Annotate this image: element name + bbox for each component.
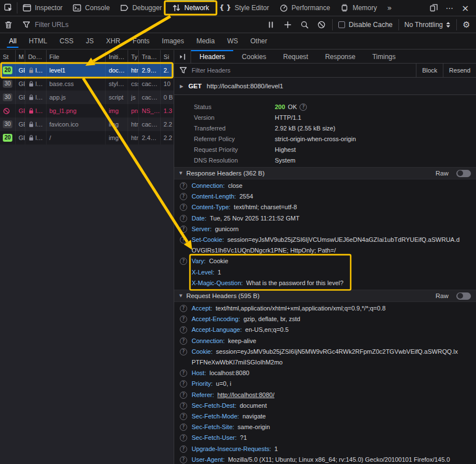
devtools-menu-button[interactable]: ⋯ <box>442 0 457 16</box>
search-button[interactable] <box>296 16 313 33</box>
request-filter-tab[interactable]: JS <box>80 33 99 49</box>
network-main: St M Do… File Initi… Ty Tra… Si 20 GE <box>0 50 476 464</box>
request-filter-tab[interactable]: CSS <box>54 33 79 49</box>
more-tabs-button[interactable]: » <box>382 0 397 16</box>
resend-button[interactable]: Resend <box>443 64 476 77</box>
header-info-icon[interactable]: ? <box>180 215 187 222</box>
method-cell: GE <box>16 64 25 77</box>
header-info-icon[interactable]: ? <box>180 204 187 211</box>
details-tab-label: Cookies <box>242 53 266 61</box>
header-info-icon[interactable]: ? <box>180 236 187 244</box>
responsive-design-mode-button[interactable] <box>427 0 441 16</box>
header-info-icon[interactable]: ? <box>180 370 187 377</box>
header-info-icon[interactable]: ? <box>180 424 187 431</box>
request-row[interactable]: 20 GE l… / img htr 2.4… 2.2 <box>0 131 174 145</box>
trash-icon <box>4 20 13 29</box>
block-button[interactable]: Block <box>416 64 443 77</box>
header-value: 2554 <box>239 193 253 200</box>
header-info-icon[interactable]: ? <box>180 326 187 334</box>
header-info-icon[interactable]: ? <box>180 182 187 190</box>
pause-traffic-button[interactable] <box>262 16 279 33</box>
devtools-tab[interactable]: Debugger <box>115 0 167 16</box>
column-header-size[interactable]: Si <box>161 50 174 63</box>
header-info-icon[interactable]: ? <box>180 316 187 323</box>
network-action-bar-toggle[interactable] <box>174 50 191 63</box>
header-info-icon[interactable]: ? <box>180 305 187 312</box>
request-filter-tab-label: WS <box>227 37 238 45</box>
header-info-icon[interactable]: ? <box>180 413 187 420</box>
column-header-file[interactable]: File <box>47 50 106 63</box>
new-request-button[interactable] <box>279 16 296 33</box>
header-name: Accept-Encoding <box>192 316 240 322</box>
header-info-icon[interactable]: ? <box>180 258 187 265</box>
clear-requests-button[interactable] <box>0 16 17 33</box>
request-headers-section[interactable]: ▼ Request Headers (595 B) Raw <box>174 290 476 302</box>
details-tab[interactable]: Cookies <box>233 50 274 63</box>
status-info-icon[interactable]: ? <box>300 103 307 111</box>
header-info-icon[interactable]: ? <box>180 391 187 399</box>
header-info-icon[interactable]: ? <box>180 226 187 233</box>
request-row[interactable]: 30 GE l… app.js script js cac… 0 B <box>0 91 174 104</box>
header-name: Accept-Language <box>192 326 242 333</box>
request-filter-tab[interactable]: Fonts <box>127 33 155 49</box>
file-cell: favicon.ico <box>47 118 106 131</box>
header-name: Host <box>192 370 206 376</box>
header-row: ? Upgrade-Insecure-Requests1 <box>174 444 476 454</box>
header-info-icon[interactable]: ? <box>180 193 187 200</box>
request-filter-tab[interactable]: XHR <box>101 33 126 49</box>
header-value: gzip, deflate, br, zstd <box>243 316 300 322</box>
details-tab[interactable]: Timings <box>364 50 404 63</box>
lock-icon <box>28 94 34 101</box>
response-headers-section[interactable]: ▼ Response Headers (362 B) Raw <box>174 167 476 179</box>
throttling-select[interactable]: No Throttling <box>399 21 456 29</box>
close-devtools-button[interactable]: × <box>458 0 473 16</box>
filter-headers-input[interactable]: Filter Headers <box>192 67 416 74</box>
header-info-icon[interactable]: ? <box>180 445 187 453</box>
pick-element-button[interactable] <box>0 0 17 16</box>
header-value: Tue, 25 Nov 2025 11:21:52 GMT <box>210 215 300 222</box>
request-filter-tab[interactable]: All <box>3 33 22 49</box>
network-settings-button[interactable]: ⚙ <box>457 16 476 33</box>
raw-toggle[interactable] <box>456 292 471 300</box>
request-filter-tab[interactable]: Other <box>244 33 273 49</box>
column-header-transferred[interactable]: Tra… <box>139 50 161 63</box>
request-summary-block: Status 200 OK ? Version HTTP/1.1 ? <box>174 95 476 167</box>
header-info-icon[interactable]: ? <box>180 456 187 463</box>
header-info-icon[interactable]: ? <box>180 348 187 355</box>
meatball-menu-icon: ⋯ <box>446 3 454 12</box>
request-filter-tab[interactable]: WS <box>221 33 243 49</box>
header-info-icon[interactable]: ? <box>180 337 187 345</box>
column-header-method[interactable]: M <box>16 50 25 63</box>
column-header-type[interactable]: Ty <box>128 50 139 63</box>
block-requests-button[interactable] <box>313 16 330 33</box>
devtools-tab[interactable]: Network <box>167 0 214 16</box>
header-info-icon[interactable]: ? <box>180 380 187 388</box>
details-tab[interactable]: Request <box>275 50 317 63</box>
header-info-icon[interactable]: ? <box>180 402 187 409</box>
details-tab[interactable]: Response <box>316 50 364 63</box>
column-header-initiator[interactable]: Initi… <box>106 50 128 63</box>
column-header-status[interactable]: St <box>0 50 16 63</box>
request-row[interactable]: GE l… bg_l1.png img pn NS_… 1.3 <box>0 104 174 118</box>
request-filter-tab[interactable]: HTML <box>23 33 53 49</box>
header-info-icon[interactable]: ? <box>180 434 187 442</box>
disable-cache-checkbox[interactable]: Disable Cache <box>333 21 398 29</box>
raw-toggle[interactable] <box>456 170 471 177</box>
column-header-domain[interactable]: Do… <box>25 50 47 63</box>
request-url: http://localhost:8080/level1 <box>207 83 283 89</box>
devtools-tab-label: Console <box>85 4 110 12</box>
request-row[interactable]: 30 GE l… base.css styl… css cac… 10 <box>0 77 174 91</box>
request-row[interactable]: 20 GE l… level1 doc… htr 2.9… 2. <box>0 64 174 77</box>
summary-label: Transferred <box>194 123 275 134</box>
devtools-tab[interactable]: Inspector <box>17 0 67 16</box>
devtools-tab[interactable]: Performance <box>274 0 336 16</box>
filter-urls-input[interactable]: Filter URLs <box>17 20 260 29</box>
request-filter-tab[interactable]: Images <box>156 33 189 49</box>
details-tab[interactable]: Headers <box>191 50 233 63</box>
request-filter-tab[interactable]: Media <box>191 33 220 49</box>
devtools-tab[interactable]: Memory <box>335 0 382 16</box>
request-row[interactable]: 30 GE l… favicon.ico img htr cac… 2.2 <box>0 118 174 131</box>
devtools-tab[interactable]: Console <box>67 0 115 16</box>
devtools-tab[interactable]: { } Style Editor <box>214 0 274 16</box>
request-summary-line[interactable]: ▶ GET http://localhost:8080/level1 <box>174 78 476 95</box>
